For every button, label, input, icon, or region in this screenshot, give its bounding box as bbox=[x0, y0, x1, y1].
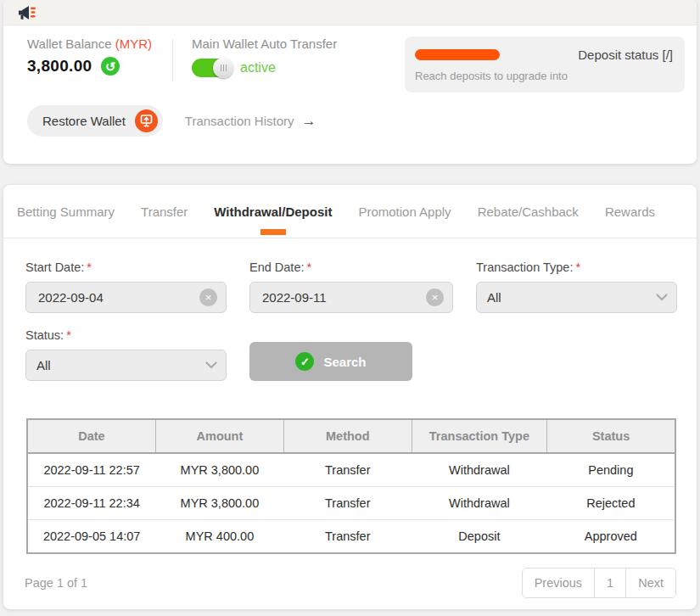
tab-rebate-cashback[interactable]: Rebate/Cashback bbox=[478, 185, 579, 238]
start-date-field: Start Date:* × bbox=[25, 260, 227, 313]
table-row: 2022-09-11 22:57MYR 3,800.00TransferWith… bbox=[27, 453, 675, 487]
pager-group: Previous 1 Next bbox=[522, 568, 676, 598]
cell-status: Rejected bbox=[547, 487, 675, 520]
cell-date: 2022-09-11 22:34 bbox=[27, 487, 155, 520]
chevron-down-icon bbox=[205, 361, 217, 369]
page-1-button[interactable]: 1 bbox=[594, 568, 625, 597]
auto-transfer-label: Main Wallet Auto Transfer bbox=[192, 36, 337, 51]
cell-method: Transfer bbox=[284, 520, 412, 554]
search-button[interactable]: ✓ Search bbox=[249, 342, 412, 381]
wallet-balance-label: Wallet Balance (MYR) bbox=[27, 36, 152, 51]
tab-betting-summary[interactable]: Betting Summary bbox=[17, 185, 115, 238]
previous-page-button[interactable]: Previous bbox=[523, 568, 594, 597]
search-cell: ✓ Search bbox=[249, 342, 453, 381]
toggle-grip-icon bbox=[221, 64, 227, 71]
status-field: Status:* All bbox=[25, 328, 227, 381]
required-mark: * bbox=[575, 260, 580, 274]
auto-transfer-toggle[interactable] bbox=[192, 59, 230, 77]
end-date-field: End Date:* × bbox=[249, 260, 453, 313]
transaction-type-label: Transaction Type:* bbox=[476, 260, 677, 274]
cell-transaction-type: Withdrawal bbox=[412, 487, 547, 520]
refresh-balance-icon[interactable]: ↺ bbox=[101, 57, 120, 76]
deposit-progress-bar bbox=[415, 49, 500, 60]
restore-wallet-icon bbox=[135, 109, 158, 132]
transaction-history-link[interactable]: Transaction History → bbox=[185, 113, 316, 130]
tab-transfer[interactable]: Transfer bbox=[141, 185, 188, 238]
table-row: 2022-09-05 14:07MYR 400.00TransferDeposi… bbox=[27, 520, 675, 554]
transaction-type-value: All bbox=[487, 290, 501, 305]
table-body: 2022-09-11 22:57MYR 3,800.00TransferWith… bbox=[27, 453, 675, 553]
tabs: Betting SummaryTransferWithdrawal/Deposi… bbox=[3, 185, 697, 238]
column-header-status: Status bbox=[547, 419, 675, 453]
cell-amount: MYR 400.00 bbox=[155, 520, 283, 554]
page-summary: Page 1 of 1 bbox=[25, 576, 87, 590]
table-row: 2022-09-11 22:34MYR 3,800.00TransferWith… bbox=[27, 487, 675, 520]
status-value: All bbox=[36, 358, 51, 372]
wallet-card: Wallet Balance (MYR) 3,800.00 ↺ Main Wal… bbox=[3, 0, 697, 164]
clear-start-date-icon[interactable]: × bbox=[199, 288, 217, 306]
transaction-type-select[interactable]: All bbox=[476, 282, 677, 313]
required-mark: * bbox=[66, 328, 71, 342]
auto-transfer-block: Main Wallet Auto Transfer active bbox=[192, 36, 337, 77]
cell-transaction-type: Withdrawal bbox=[412, 453, 547, 487]
arrow-right-icon: → bbox=[301, 113, 316, 130]
transactions-table: DateAmountMethodTransaction TypeStatus 2… bbox=[26, 418, 676, 554]
restore-wallet-button[interactable]: Restore Wallet bbox=[27, 105, 163, 137]
clear-end-date-icon[interactable]: × bbox=[426, 288, 444, 306]
column-header-amount: Amount bbox=[155, 419, 283, 453]
table-header: DateAmountMethodTransaction TypeStatus bbox=[27, 419, 675, 453]
transactions-card: Betting SummaryTransferWithdrawal/Deposi… bbox=[3, 185, 697, 609]
status-select[interactable]: All bbox=[25, 350, 227, 381]
deposit-status-label: Deposit status [/] bbox=[578, 48, 673, 62]
pagination: Page 1 of 1 Previous 1 Next bbox=[25, 568, 676, 598]
megaphone-icon[interactable] bbox=[17, 3, 37, 22]
status-label: Status:* bbox=[25, 328, 227, 342]
tab-rewards[interactable]: Rewards bbox=[605, 185, 655, 238]
column-header-transaction-type: Transaction Type bbox=[412, 419, 547, 453]
column-header-method: Method bbox=[284, 419, 412, 453]
cell-method: Transfer bbox=[284, 487, 412, 520]
required-mark: * bbox=[307, 260, 312, 274]
filters-form: Start Date:* × End Date:* × Transact bbox=[3, 238, 697, 381]
column-header-date: Date bbox=[27, 419, 155, 453]
tab-withdrawal-deposit[interactable]: Withdrawal/Deposit bbox=[214, 185, 332, 238]
start-date-input[interactable] bbox=[36, 289, 199, 305]
cell-transaction-type: Deposit bbox=[412, 520, 547, 554]
auto-transfer-status: active bbox=[240, 60, 276, 76]
cell-method: Transfer bbox=[284, 453, 412, 487]
wallet-currency-label: (MYR) bbox=[115, 36, 152, 51]
restore-wallet-label: Restore Wallet bbox=[42, 114, 126, 128]
wallet-balance-value: 3,800.00 bbox=[27, 57, 92, 76]
cell-status: Approved bbox=[547, 520, 675, 554]
announcement-bar bbox=[3, 0, 697, 25]
tab-promotion-apply[interactable]: Promotion Apply bbox=[358, 185, 451, 238]
cell-date: 2022-09-11 22:57 bbox=[27, 453, 155, 487]
transaction-history-label: Transaction History bbox=[185, 114, 294, 128]
page: Wallet Balance (MYR) 3,800.00 ↺ Main Wal… bbox=[0, 0, 700, 616]
deposit-status-panel: Deposit status [/] Reach deposits to upg… bbox=[405, 36, 685, 92]
cell-amount: MYR 3,800.00 bbox=[155, 487, 283, 520]
cell-status: Pending bbox=[547, 453, 675, 487]
deposit-hint-text: Reach deposits to upgrade into bbox=[415, 70, 673, 82]
next-page-button[interactable]: Next bbox=[625, 568, 675, 597]
vertical-divider bbox=[172, 39, 173, 81]
cell-amount: MYR 3,800.00 bbox=[155, 453, 283, 487]
transaction-type-field: Transaction Type:* All bbox=[476, 260, 677, 313]
chevron-down-icon bbox=[656, 294, 668, 301]
end-date-label: End Date:* bbox=[249, 260, 453, 274]
end-date-input[interactable] bbox=[260, 289, 426, 305]
required-mark: * bbox=[87, 260, 92, 274]
start-date-label: Start Date:* bbox=[25, 260, 227, 274]
cell-date: 2022-09-05 14:07 bbox=[27, 520, 155, 554]
wallet-balance-block: Wallet Balance (MYR) 3,800.00 ↺ bbox=[27, 36, 152, 76]
check-icon: ✓ bbox=[295, 352, 314, 371]
search-button-label: Search bbox=[323, 355, 366, 369]
toggle-knob[interactable] bbox=[213, 58, 233, 78]
